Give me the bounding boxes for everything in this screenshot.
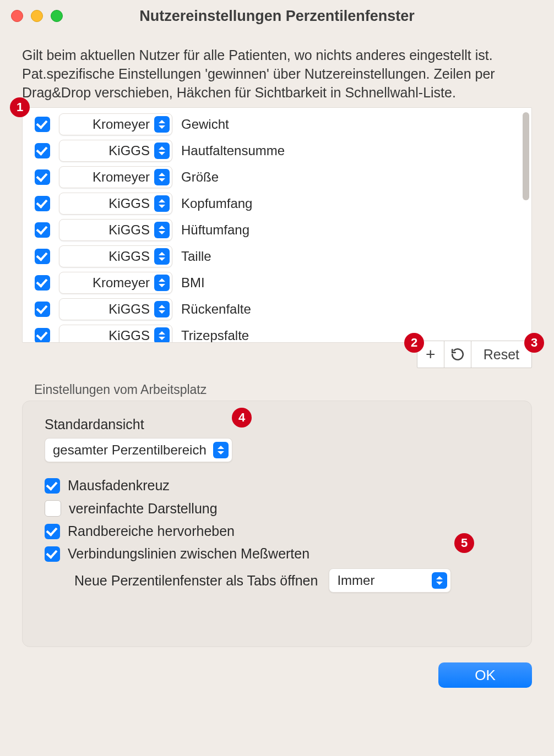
stepper-icon [154, 275, 170, 291]
list-row[interactable]: KiGGS Rückenfalte [23, 296, 531, 322]
source-select[interactable]: KiGGS [59, 298, 172, 320]
connect-lines-row[interactable]: Verbindungslinien zwischen Meßwerten [45, 546, 509, 562]
stepper-icon [154, 169, 170, 185]
crosshair-label: Mausfadenkreuz [68, 478, 170, 494]
list-row[interactable]: KiGGS Trizepsfalte [23, 322, 531, 343]
visibility-checkbox[interactable] [35, 117, 50, 132]
connect-lines-label: Verbindungslinien zwischen Meßwerten [68, 546, 309, 562]
measure-label: Taille [181, 249, 211, 264]
stepper-icon [154, 195, 170, 212]
list-row[interactable]: KiGGS Hautfaltensumme [23, 138, 531, 164]
highlight-edges-checkbox[interactable] [45, 524, 60, 539]
source-select[interactable]: Kromeyer [59, 113, 172, 135]
source-select[interactable]: KiGGS [59, 140, 172, 162]
description-text: Gilt beim aktuellen Nutzer für alle Pati… [22, 46, 532, 102]
simplified-checkbox[interactable] [45, 500, 61, 517]
ok-button[interactable]: OK [438, 662, 532, 688]
source-select[interactable]: KiGGS [59, 193, 172, 215]
stepper-icon [154, 301, 170, 317]
open-tabs-label: Neue Perzentilenfenster als Tabs öffnen [74, 573, 318, 589]
source-value: Kromeyer [59, 169, 154, 185]
list-row[interactable]: KiGGS Taille [23, 243, 531, 270]
source-select[interactable]: Kromeyer [59, 166, 172, 188]
highlight-edges-row[interactable]: Randbereiche hervorheben [45, 523, 509, 539]
measure-label: BMI [181, 275, 205, 291]
window-titlebar: Nutzereinstellungen Perzentilenfenster [0, 0, 554, 32]
highlight-edges-label: Randbereiche hervorheben [68, 523, 235, 539]
stepper-icon [154, 248, 170, 265]
source-value: Kromeyer [59, 117, 154, 132]
simplified-label: vereinfachte Darstellung [69, 501, 218, 517]
list-action-segment: + Reset [417, 341, 532, 368]
plus-icon: + [426, 345, 436, 364]
percentile-list: Kromeyer Gewicht KiGGS Hautfaltensumme K… [22, 107, 532, 343]
standard-view-select[interactable]: gesamter Perzentilbereich [45, 438, 232, 462]
stepper-icon [432, 572, 447, 589]
list-row[interactable]: Kromeyer BMI [23, 270, 531, 296]
connect-lines-checkbox[interactable] [45, 546, 60, 562]
visibility-checkbox[interactable] [35, 196, 50, 211]
stepper-icon [154, 143, 170, 159]
list-row[interactable]: Kromeyer Gewicht [23, 111, 531, 138]
open-tabs-value: Immer [337, 573, 381, 588]
source-value: KiGGS [59, 196, 154, 211]
simplified-row[interactable]: vereinfachte Darstellung [45, 500, 509, 517]
open-tabs-row: Neue Perzentilenfenster als Tabs öffnen … [74, 568, 509, 593]
visibility-checkbox[interactable] [35, 169, 50, 185]
workplace-section-label: Einstellungen vom Arbeitsplatz [34, 382, 520, 397]
source-select[interactable]: KiGGS [59, 245, 172, 267]
list-row[interactable]: KiGGS Kopfumfang [23, 190, 531, 217]
visibility-checkbox[interactable] [35, 222, 50, 238]
source-value: KiGGS [59, 222, 154, 238]
measure-label: Kopfumfang [181, 196, 252, 211]
list-row[interactable]: KiGGS Hüftumfang [23, 217, 531, 243]
reset-button[interactable]: Reset [471, 341, 531, 368]
annotation-badge-5: 5 [454, 533, 474, 553]
source-value: Kromeyer [59, 275, 154, 291]
refresh-button[interactable] [444, 341, 471, 368]
measure-label: Hautfaltensumme [181, 143, 285, 158]
ok-label: OK [475, 667, 496, 683]
visibility-checkbox[interactable] [35, 143, 50, 158]
crosshair-row[interactable]: Mausfadenkreuz [45, 478, 509, 494]
annotation-badge-4: 4 [232, 408, 252, 428]
standard-view-label: Standardansicht [45, 417, 509, 432]
list-row[interactable]: Kromeyer Größe [23, 164, 531, 190]
window-title: Nutzereinstellungen Perzentilenfenster [0, 8, 554, 25]
crosshair-checkbox[interactable] [45, 478, 60, 494]
visibility-checkbox[interactable] [35, 249, 50, 264]
annotation-badge-1: 1 [10, 97, 30, 117]
measure-label: Hüftumfang [181, 222, 249, 238]
stepper-icon [154, 116, 170, 133]
source-value: KiGGS [59, 143, 154, 158]
visibility-checkbox[interactable] [35, 302, 50, 317]
stepper-icon [154, 222, 170, 238]
measure-label: Rückenfalte [181, 302, 251, 317]
workplace-panel: 4 5 Standardansicht gesamter Perzentilbe… [22, 401, 532, 647]
reset-label: Reset [484, 347, 519, 363]
refresh-icon [450, 347, 465, 361]
measure-label: Größe [181, 169, 219, 185]
annotation-badge-2: 2 [404, 333, 424, 353]
measure-label: Gewicht [181, 117, 229, 132]
source-select[interactable]: Kromeyer [59, 272, 172, 294]
open-tabs-select[interactable]: Immer [329, 568, 451, 593]
source-value: KiGGS [59, 249, 154, 264]
stepper-icon [213, 442, 229, 458]
source-value: KiGGS [59, 302, 154, 317]
scrollbar-thumb[interactable] [523, 112, 529, 200]
annotation-badge-3: 3 [524, 333, 544, 353]
visibility-checkbox[interactable] [35, 275, 50, 291]
standard-view-value: gesamter Perzentilbereich [53, 442, 213, 458]
source-select[interactable]: KiGGS [59, 219, 172, 241]
